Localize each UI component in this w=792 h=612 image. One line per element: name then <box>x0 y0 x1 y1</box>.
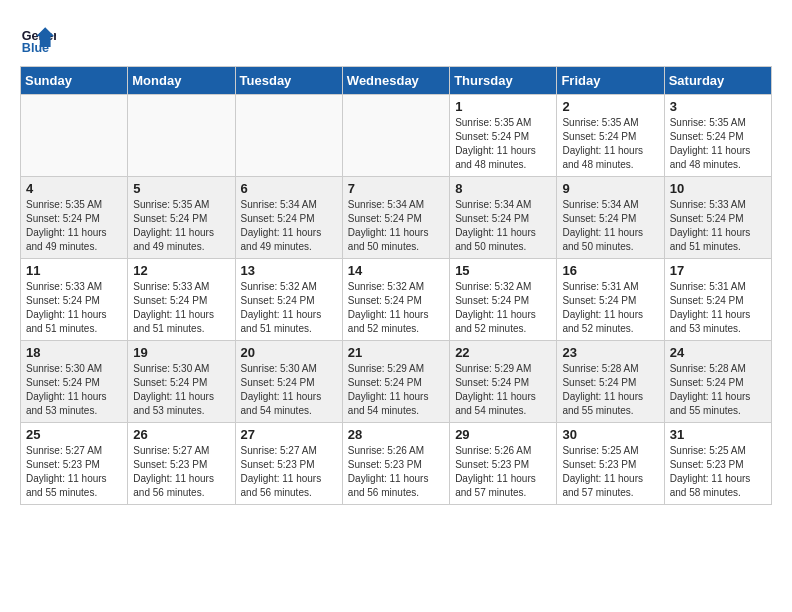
calendar-cell: 19Sunrise: 5:30 AMSunset: 5:24 PMDayligh… <box>128 341 235 423</box>
day-info: Sunrise: 5:27 AMSunset: 5:23 PMDaylight:… <box>26 444 122 500</box>
calendar-cell <box>128 95 235 177</box>
calendar-cell: 8Sunrise: 5:34 AMSunset: 5:24 PMDaylight… <box>450 177 557 259</box>
day-number: 19 <box>133 345 229 360</box>
calendar-cell: 23Sunrise: 5:28 AMSunset: 5:24 PMDayligh… <box>557 341 664 423</box>
calendar-cell: 10Sunrise: 5:33 AMSunset: 5:24 PMDayligh… <box>664 177 771 259</box>
day-number: 14 <box>348 263 444 278</box>
calendar-week-row: 11Sunrise: 5:33 AMSunset: 5:24 PMDayligh… <box>21 259 772 341</box>
calendar-cell: 31Sunrise: 5:25 AMSunset: 5:23 PMDayligh… <box>664 423 771 505</box>
day-number: 6 <box>241 181 337 196</box>
day-info: Sunrise: 5:25 AMSunset: 5:23 PMDaylight:… <box>670 444 766 500</box>
calendar-cell: 2Sunrise: 5:35 AMSunset: 5:24 PMDaylight… <box>557 95 664 177</box>
day-info: Sunrise: 5:33 AMSunset: 5:24 PMDaylight:… <box>670 198 766 254</box>
calendar-cell: 3Sunrise: 5:35 AMSunset: 5:24 PMDaylight… <box>664 95 771 177</box>
day-number: 18 <box>26 345 122 360</box>
calendar-cell: 29Sunrise: 5:26 AMSunset: 5:23 PMDayligh… <box>450 423 557 505</box>
day-info: Sunrise: 5:25 AMSunset: 5:23 PMDaylight:… <box>562 444 658 500</box>
calendar-cell: 25Sunrise: 5:27 AMSunset: 5:23 PMDayligh… <box>21 423 128 505</box>
day-number: 8 <box>455 181 551 196</box>
calendar-header-row: SundayMondayTuesdayWednesdayThursdayFrid… <box>21 67 772 95</box>
page-header: General Blue <box>20 20 772 56</box>
col-header-friday: Friday <box>557 67 664 95</box>
day-number: 5 <box>133 181 229 196</box>
col-header-thursday: Thursday <box>450 67 557 95</box>
day-number: 9 <box>562 181 658 196</box>
day-info: Sunrise: 5:35 AMSunset: 5:24 PMDaylight:… <box>133 198 229 254</box>
day-info: Sunrise: 5:30 AMSunset: 5:24 PMDaylight:… <box>241 362 337 418</box>
logo-icon: General Blue <box>20 20 56 56</box>
day-info: Sunrise: 5:29 AMSunset: 5:24 PMDaylight:… <box>348 362 444 418</box>
calendar-cell: 20Sunrise: 5:30 AMSunset: 5:24 PMDayligh… <box>235 341 342 423</box>
col-header-sunday: Sunday <box>21 67 128 95</box>
calendar-week-row: 4Sunrise: 5:35 AMSunset: 5:24 PMDaylight… <box>21 177 772 259</box>
day-number: 24 <box>670 345 766 360</box>
calendar-cell: 4Sunrise: 5:35 AMSunset: 5:24 PMDaylight… <box>21 177 128 259</box>
day-info: Sunrise: 5:35 AMSunset: 5:24 PMDaylight:… <box>26 198 122 254</box>
day-number: 7 <box>348 181 444 196</box>
calendar-cell <box>342 95 449 177</box>
day-info: Sunrise: 5:33 AMSunset: 5:24 PMDaylight:… <box>26 280 122 336</box>
calendar-cell: 21Sunrise: 5:29 AMSunset: 5:24 PMDayligh… <box>342 341 449 423</box>
day-info: Sunrise: 5:35 AMSunset: 5:24 PMDaylight:… <box>670 116 766 172</box>
calendar-cell: 22Sunrise: 5:29 AMSunset: 5:24 PMDayligh… <box>450 341 557 423</box>
calendar-cell: 15Sunrise: 5:32 AMSunset: 5:24 PMDayligh… <box>450 259 557 341</box>
day-info: Sunrise: 5:34 AMSunset: 5:24 PMDaylight:… <box>348 198 444 254</box>
day-number: 23 <box>562 345 658 360</box>
calendar-cell: 17Sunrise: 5:31 AMSunset: 5:24 PMDayligh… <box>664 259 771 341</box>
day-number: 17 <box>670 263 766 278</box>
day-info: Sunrise: 5:27 AMSunset: 5:23 PMDaylight:… <box>133 444 229 500</box>
day-info: Sunrise: 5:26 AMSunset: 5:23 PMDaylight:… <box>348 444 444 500</box>
day-number: 2 <box>562 99 658 114</box>
calendar-cell: 6Sunrise: 5:34 AMSunset: 5:24 PMDaylight… <box>235 177 342 259</box>
day-number: 22 <box>455 345 551 360</box>
day-info: Sunrise: 5:28 AMSunset: 5:24 PMDaylight:… <box>670 362 766 418</box>
day-info: Sunrise: 5:32 AMSunset: 5:24 PMDaylight:… <box>455 280 551 336</box>
day-info: Sunrise: 5:34 AMSunset: 5:24 PMDaylight:… <box>241 198 337 254</box>
col-header-monday: Monday <box>128 67 235 95</box>
day-number: 3 <box>670 99 766 114</box>
day-number: 27 <box>241 427 337 442</box>
calendar-cell: 9Sunrise: 5:34 AMSunset: 5:24 PMDaylight… <box>557 177 664 259</box>
calendar-cell: 5Sunrise: 5:35 AMSunset: 5:24 PMDaylight… <box>128 177 235 259</box>
calendar-cell: 11Sunrise: 5:33 AMSunset: 5:24 PMDayligh… <box>21 259 128 341</box>
day-number: 12 <box>133 263 229 278</box>
day-info: Sunrise: 5:34 AMSunset: 5:24 PMDaylight:… <box>455 198 551 254</box>
day-info: Sunrise: 5:35 AMSunset: 5:24 PMDaylight:… <box>455 116 551 172</box>
calendar-cell <box>21 95 128 177</box>
col-header-tuesday: Tuesday <box>235 67 342 95</box>
calendar-cell: 26Sunrise: 5:27 AMSunset: 5:23 PMDayligh… <box>128 423 235 505</box>
day-number: 25 <box>26 427 122 442</box>
day-info: Sunrise: 5:34 AMSunset: 5:24 PMDaylight:… <box>562 198 658 254</box>
calendar-cell: 16Sunrise: 5:31 AMSunset: 5:24 PMDayligh… <box>557 259 664 341</box>
day-info: Sunrise: 5:31 AMSunset: 5:24 PMDaylight:… <box>670 280 766 336</box>
day-info: Sunrise: 5:30 AMSunset: 5:24 PMDaylight:… <box>26 362 122 418</box>
day-number: 26 <box>133 427 229 442</box>
day-info: Sunrise: 5:32 AMSunset: 5:24 PMDaylight:… <box>348 280 444 336</box>
calendar-cell: 24Sunrise: 5:28 AMSunset: 5:24 PMDayligh… <box>664 341 771 423</box>
calendar-week-row: 18Sunrise: 5:30 AMSunset: 5:24 PMDayligh… <box>21 341 772 423</box>
day-number: 11 <box>26 263 122 278</box>
day-info: Sunrise: 5:27 AMSunset: 5:23 PMDaylight:… <box>241 444 337 500</box>
calendar-cell: 27Sunrise: 5:27 AMSunset: 5:23 PMDayligh… <box>235 423 342 505</box>
day-info: Sunrise: 5:35 AMSunset: 5:24 PMDaylight:… <box>562 116 658 172</box>
day-number: 4 <box>26 181 122 196</box>
calendar-cell: 28Sunrise: 5:26 AMSunset: 5:23 PMDayligh… <box>342 423 449 505</box>
day-number: 21 <box>348 345 444 360</box>
day-number: 31 <box>670 427 766 442</box>
day-number: 30 <box>562 427 658 442</box>
calendar-table: SundayMondayTuesdayWednesdayThursdayFrid… <box>20 66 772 505</box>
day-number: 20 <box>241 345 337 360</box>
day-number: 29 <box>455 427 551 442</box>
calendar-week-row: 1Sunrise: 5:35 AMSunset: 5:24 PMDaylight… <box>21 95 772 177</box>
logo: General Blue <box>20 20 56 56</box>
calendar-cell <box>235 95 342 177</box>
calendar-cell: 1Sunrise: 5:35 AMSunset: 5:24 PMDaylight… <box>450 95 557 177</box>
col-header-wednesday: Wednesday <box>342 67 449 95</box>
day-number: 1 <box>455 99 551 114</box>
day-info: Sunrise: 5:30 AMSunset: 5:24 PMDaylight:… <box>133 362 229 418</box>
calendar-cell: 13Sunrise: 5:32 AMSunset: 5:24 PMDayligh… <box>235 259 342 341</box>
calendar-cell: 14Sunrise: 5:32 AMSunset: 5:24 PMDayligh… <box>342 259 449 341</box>
calendar-cell: 18Sunrise: 5:30 AMSunset: 5:24 PMDayligh… <box>21 341 128 423</box>
day-info: Sunrise: 5:29 AMSunset: 5:24 PMDaylight:… <box>455 362 551 418</box>
col-header-saturday: Saturday <box>664 67 771 95</box>
